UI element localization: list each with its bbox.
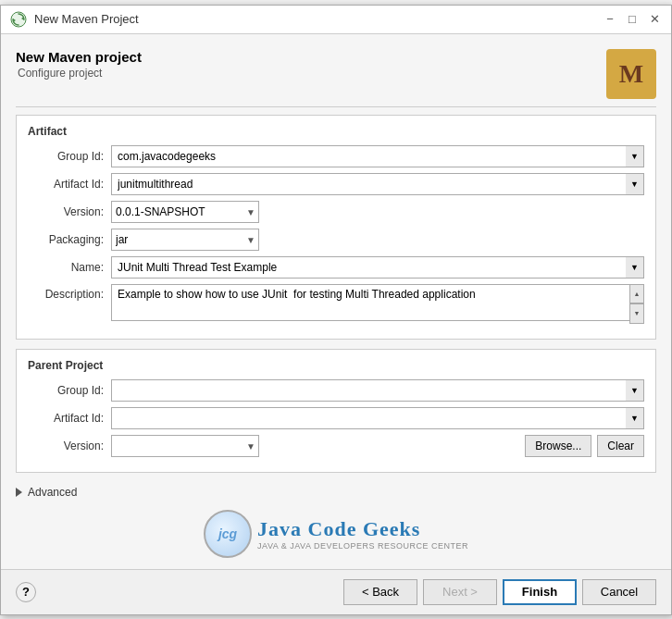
version-select[interactable]: 0.0.1-SNAPSHOT bbox=[111, 201, 259, 223]
parent-group-id-row: Group Id: ▼ bbox=[28, 379, 644, 402]
browse-button[interactable]: Browse... bbox=[525, 435, 591, 457]
titlebar-left: New Maven Project bbox=[10, 11, 139, 28]
maximize-button[interactable]: □ bbox=[625, 12, 640, 27]
group-id-dropdown-button[interactable]: ▼ bbox=[626, 145, 644, 167]
clear-button[interactable]: Clear bbox=[597, 435, 644, 457]
parent-artifact-id-dropdown[interactable]: ▼ bbox=[626, 407, 644, 429]
header-divider bbox=[16, 106, 656, 107]
group-id-input[interactable] bbox=[111, 145, 644, 167]
minimize-button[interactable]: − bbox=[603, 12, 617, 27]
group-id-field-wrapper: ▼ bbox=[111, 145, 644, 167]
artifact-id-row: Artifact Id: ▼ bbox=[28, 173, 644, 195]
name-input[interactable] bbox=[111, 256, 644, 279]
parent-artifact-id-label: Artifact Id: bbox=[28, 412, 111, 425]
parent-group-id-input[interactable] bbox=[111, 379, 644, 402]
parent-group-id-label: Group Id: bbox=[28, 384, 111, 397]
maven-icon bbox=[10, 11, 27, 28]
packaging-label: Packaging: bbox=[28, 233, 111, 246]
description-down-button[interactable]: ▼ bbox=[629, 303, 644, 324]
back-button[interactable]: < Back bbox=[343, 579, 417, 605]
parent-version-controls: ▼ Browse... Clear bbox=[111, 435, 644, 457]
name-dropdown-button[interactable]: ▼ bbox=[626, 256, 644, 279]
titlebar-controls: − □ ✕ bbox=[603, 12, 662, 27]
parent-group-id-dropdown[interactable]: ▼ bbox=[626, 379, 644, 402]
name-label: Name: bbox=[28, 261, 111, 274]
parent-section: Parent Project Group Id: ▼ Artifact Id: … bbox=[16, 349, 656, 473]
description-up-button[interactable]: ▲ bbox=[629, 284, 644, 304]
name-field-wrapper: ▼ bbox=[111, 256, 644, 279]
jcg-circle-logo: jcg bbox=[204, 510, 252, 558]
artifact-id-dropdown-button[interactable]: ▼ bbox=[626, 173, 644, 195]
packaging-row: Packaging: jar war pom ▼ bbox=[28, 229, 644, 251]
parent-artifact-id-row: Artifact Id: ▼ bbox=[28, 407, 644, 429]
page-subtitle: Configure project bbox=[16, 67, 142, 80]
artifact-id-field-wrapper: ▼ bbox=[111, 173, 644, 195]
cancel-button[interactable]: Cancel bbox=[582, 579, 656, 605]
description-label: Description: bbox=[28, 284, 111, 301]
version-row: Version: 0.0.1-SNAPSHOT ▼ bbox=[28, 201, 644, 223]
jcg-circle-text: jcg bbox=[218, 526, 237, 541]
main-window: New Maven Project − □ ✕ New Maven projec… bbox=[0, 5, 672, 615]
description-wrapper: Example to show how to use JUnit for tes… bbox=[111, 284, 644, 324]
footer-left: ? bbox=[16, 582, 36, 602]
description-input[interactable]: Example to show how to use JUnit for tes… bbox=[111, 284, 644, 321]
parent-version-select[interactable] bbox=[111, 435, 259, 457]
group-id-row: Group Id: ▼ bbox=[28, 145, 644, 167]
parent-section-title: Parent Project bbox=[28, 359, 644, 372]
header-text: New Maven project Configure project bbox=[16, 49, 142, 80]
close-button[interactable]: ✕ bbox=[647, 12, 662, 27]
next-button[interactable]: Next > bbox=[423, 579, 497, 605]
version-select-wrapper: 0.0.1-SNAPSHOT ▼ bbox=[111, 201, 259, 223]
advanced-expand-icon bbox=[16, 488, 22, 497]
description-spinners: ▲ ▼ bbox=[629, 284, 644, 324]
jcg-logo-area: jcg Java Code Geeks JAVA & JAVA DEVELOPE… bbox=[16, 502, 656, 569]
artifact-id-label: Artifact Id: bbox=[28, 178, 111, 191]
parent-artifact-id-wrapper: ▼ bbox=[111, 407, 644, 429]
footer: ? < Back Next > Finish Cancel bbox=[1, 569, 671, 614]
page-title: New Maven project bbox=[16, 49, 142, 65]
parent-group-id-wrapper: ▼ bbox=[111, 379, 644, 402]
parent-version-select-wrapper: ▼ bbox=[111, 435, 259, 457]
window-title: New Maven Project bbox=[34, 12, 139, 26]
advanced-row[interactable]: Advanced bbox=[16, 482, 656, 502]
artifact-id-input[interactable] bbox=[111, 173, 644, 195]
window-body: New Maven project Configure project M Ar… bbox=[1, 34, 671, 569]
jcg-sub-text: JAVA & JAVA DEVELOPERS RESOURCE CENTER bbox=[257, 541, 468, 551]
finish-button[interactable]: Finish bbox=[503, 579, 577, 605]
jcg-main-text: Java Code Geeks bbox=[257, 517, 468, 541]
artifact-section-title: Artifact bbox=[28, 125, 644, 138]
name-row: Name: ▼ bbox=[28, 256, 644, 279]
description-row: Description: Example to show how to use … bbox=[28, 284, 644, 324]
footer-buttons: < Back Next > Finish Cancel bbox=[343, 579, 656, 605]
parent-version-label: Version: bbox=[28, 439, 111, 452]
advanced-label: Advanced bbox=[28, 486, 77, 499]
parent-version-row: Version: ▼ Browse... Clear bbox=[28, 435, 644, 457]
page-header: New Maven project Configure project M bbox=[16, 49, 656, 99]
jcg-text-area: Java Code Geeks JAVA & JAVA DEVELOPERS R… bbox=[257, 517, 468, 551]
titlebar: New Maven Project − □ ✕ bbox=[1, 6, 671, 34]
version-label: Version: bbox=[28, 205, 111, 218]
maven-logo: M bbox=[606, 49, 656, 99]
packaging-select-wrapper: jar war pom ▼ bbox=[111, 229, 259, 251]
parent-artifact-id-input[interactable] bbox=[111, 407, 644, 429]
help-button[interactable]: ? bbox=[16, 582, 36, 602]
artifact-section: Artifact Group Id: ▼ Artifact Id: ▼ Ver bbox=[16, 115, 656, 340]
group-id-label: Group Id: bbox=[28, 150, 111, 163]
packaging-select[interactable]: jar war pom bbox=[111, 229, 259, 251]
